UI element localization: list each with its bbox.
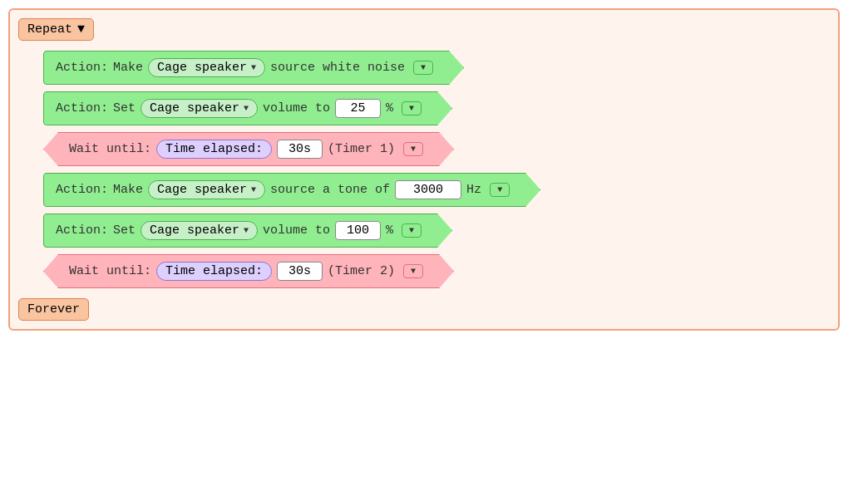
action4-end-dropdown[interactable]: ▼ [402,223,422,238]
action4-prefix: Action: [56,223,108,238]
action3-text1: Make [113,183,143,197]
wait2-time-input[interactable] [277,262,323,281]
action3-unit: Hz [466,183,481,197]
action-block-row-4: Action: Set Cage speaker ▼ volume to % ▼ [43,214,830,248]
forever-label: Forever [27,302,80,317]
action4-device-label: Cage speaker [150,223,239,238]
action-block-3: Action: Make Cage speaker ▼ source a ton… [43,173,540,207]
inner-blocks: Action: Make Cage speaker ▼ source white… [43,51,830,288]
action1-prefix: Action: [56,61,108,75]
action2-end-dropdown[interactable]: ▼ [402,101,422,115]
action-block-row-1: Action: Make Cage speaker ▼ source white… [43,51,830,85]
action2-end-arrow: ▼ [409,104,414,113]
action1-device-label: Cage speaker [157,61,247,75]
action3-device-dropdown[interactable]: Cage speaker ▼ [148,180,265,199]
forever-button[interactable]: Forever [18,298,89,321]
wait2-timer-dropdown[interactable]: Time elapsed: [156,262,272,281]
action2-unit: % [386,101,393,115]
wait1-timer-dropdown[interactable]: Time elapsed: [156,140,272,159]
repeat-button[interactable]: Repeat ▼ [18,18,94,41]
action2-device-dropdown[interactable]: Cage speaker ▼ [141,99,258,118]
wait1-end-arrow: ▼ [411,145,416,154]
action2-volume-input[interactable] [335,99,381,118]
action-block-row-2: Action: Set Cage speaker ▼ volume to % ▼ [43,91,830,125]
outer-container: Repeat ▼ Action: Make Cage speaker ▼ sou… [8,8,840,331]
action1-device-dropdown[interactable]: Cage speaker ▼ [148,58,265,77]
action-block-4: Action: Set Cage speaker ▼ volume to % ▼ [43,214,452,248]
action2-prefix: Action: [56,101,108,115]
wait-block-row-1: Wait until: Time elapsed: (Timer 1) ▼ [43,132,830,166]
wait1-end-dropdown[interactable]: ▼ [403,142,423,156]
wait1-prefix: Wait until: [69,142,151,156]
wait2-timer-name: (Timer 2) [328,264,395,278]
repeat-dropdown-arrow: ▼ [77,22,85,37]
action4-text2: volume to [263,223,330,238]
action1-text2: source white noise [270,61,405,75]
action-block-2: Action: Set Cage speaker ▼ volume to % ▼ [43,91,452,125]
action4-device-arrow: ▼ [244,226,249,235]
action1-end-arrow: ▼ [421,63,426,72]
repeat-label: Repeat [27,22,72,37]
wait-block-row-2: Wait until: Time elapsed: (Timer 2) ▼ [43,254,830,288]
wait-block-1: Wait until: Time elapsed: (Timer 1) ▼ [43,132,454,166]
action3-text2: source a tone of [270,183,390,197]
wait1-timer-label: Time elapsed: [165,142,263,156]
action2-text1: Set [113,101,136,115]
action1-end-dropdown[interactable]: ▼ [413,61,433,75]
action3-freq-input[interactable] [395,180,461,199]
wait1-timer-name: (Timer 1) [328,142,395,156]
action4-device-dropdown[interactable]: Cage speaker ▼ [141,221,258,240]
action1-text1: Make [113,61,143,75]
action3-prefix: Action: [56,183,108,197]
action3-device-label: Cage speaker [157,183,247,197]
action3-end-arrow: ▼ [497,185,502,194]
action2-device-arrow: ▼ [244,104,249,113]
action-block-row-3: Action: Make Cage speaker ▼ source a ton… [43,173,830,207]
action2-device-label: Cage speaker [150,101,239,115]
action3-device-arrow: ▼ [251,185,256,194]
wait2-end-dropdown[interactable]: ▼ [403,264,423,278]
action-block-1: Action: Make Cage speaker ▼ source white… [43,51,464,85]
action4-volume-input[interactable] [335,221,381,240]
wait-block-2: Wait until: Time elapsed: (Timer 2) ▼ [43,254,454,288]
wait2-timer-label: Time elapsed: [165,264,263,278]
action2-text2: volume to [263,101,330,115]
wait2-end-arrow: ▼ [411,267,416,276]
action4-end-arrow: ▼ [409,226,414,235]
action1-device-arrow: ▼ [251,63,256,72]
wait2-prefix: Wait until: [69,264,151,278]
wait1-time-input[interactable] [277,140,323,159]
action3-end-dropdown[interactable]: ▼ [490,183,510,197]
action4-text1: Set [113,223,136,238]
action4-unit: % [386,223,393,238]
